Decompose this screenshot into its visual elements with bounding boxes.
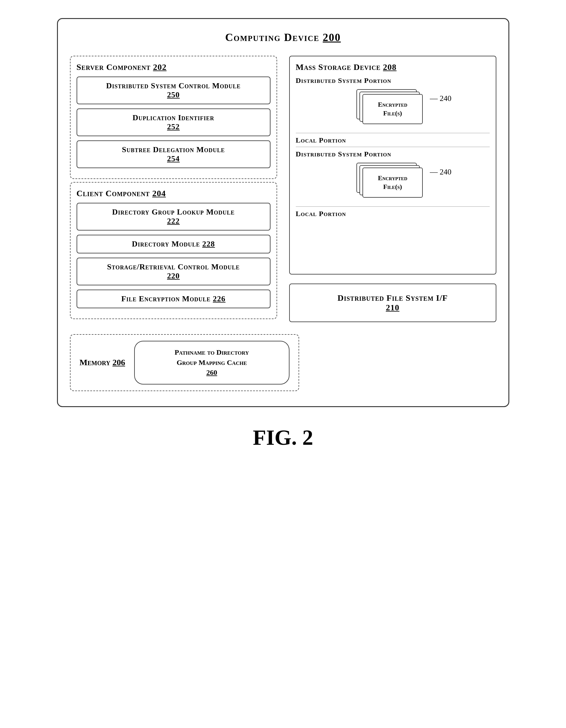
- server-component-box: Server Component 202 Distributed System …: [70, 56, 277, 179]
- section-divider-1: [296, 133, 490, 133]
- subtree-delegation-module-text: Subtree Delegation Module 254: [83, 145, 264, 163]
- file-encryption-module-text: File Encryption Module 226: [83, 294, 264, 303]
- title-text: Computing Device: [225, 31, 319, 43]
- distributed-system-control-module-box: Distributed System Control Module 250: [77, 77, 270, 104]
- memory-row: Memory 206 Pathname to Directory Group M…: [70, 334, 496, 391]
- file-encryption-module-box: File Encryption Module 226: [77, 290, 270, 308]
- server-component-label: Server Component 202: [77, 62, 270, 72]
- duplication-identifier-text: Duplication Identifier 252: [83, 113, 264, 131]
- pathname-box: Pathname to Directory Group Mapping Cach…: [134, 341, 290, 384]
- mass-storage-title: Mass Storage Device 208: [296, 62, 490, 72]
- dfs-title: Distributed File System I/F 210: [296, 293, 490, 312]
- file-number-label-1: — 240: [430, 94, 452, 103]
- mass-storage-box: Mass Storage Device 208 Distributed Syst…: [289, 56, 496, 275]
- encrypted-files-stack-1: Encrypted File(s) — 240: [296, 89, 490, 128]
- distributed-system-portion-1-label: Distributed System Portion: [296, 77, 490, 85]
- file-number-label-2: — 240: [430, 168, 452, 177]
- local-portion-2-label: Local Portion: [296, 210, 490, 218]
- file-card-front-2: Encrypted File(s): [363, 168, 423, 198]
- memory-dashed-box: Memory 206 Pathname to Directory Group M…: [70, 334, 299, 391]
- file-card-text-2: Encrypted File(s): [378, 174, 407, 191]
- pathname-text: Pathname to Directory Group Mapping Cach…: [144, 347, 280, 378]
- directory-module-box: Directory Module 228: [77, 235, 270, 253]
- diagram-container: Computing Device 200 Server Component 20…: [57, 18, 509, 407]
- directory-group-lookup-module-box: Directory Group Lookup Module 222: [77, 203, 270, 231]
- file-card-front-1: Encrypted File(s): [363, 94, 423, 124]
- encrypted-files-stack-2: Encrypted File(s) — 240: [296, 163, 490, 202]
- local-portion-1-label: Local Portion: [296, 136, 490, 144]
- directory-group-lookup-module-text: Directory Group Lookup Module 222: [83, 208, 264, 226]
- file-card-text-1: Encrypted File(s): [378, 100, 407, 118]
- storage-retrieval-control-module-box: Storage/Retrieval Control Module 220: [77, 258, 270, 285]
- distributed-system-control-module-text: Distributed System Control Module 250: [83, 81, 264, 99]
- main-row: Server Component 202 Distributed System …: [70, 56, 496, 322]
- computing-device-title: Computing Device 200: [70, 31, 496, 44]
- page: Computing Device 200 Server Component 20…: [0, 0, 566, 728]
- directory-module-text: Directory Module 228: [83, 240, 264, 249]
- figure-label: FIG. 2: [253, 425, 313, 450]
- subtree-delegation-module-box: Subtree Delegation Module 254: [77, 140, 270, 168]
- client-component-label: Client Component 204: [77, 189, 270, 198]
- storage-retrieval-control-module-text: Storage/Retrieval Control Module 220: [83, 262, 264, 281]
- section-divider-2: [296, 147, 490, 147]
- right-column: Mass Storage Device 208 Distributed Syst…: [289, 56, 496, 322]
- section-divider-3: [296, 206, 490, 207]
- title-number: 200: [323, 31, 341, 43]
- duplication-identifier-box: Duplication Identifier 252: [77, 108, 270, 136]
- dfs-box: Distributed File System I/F 210: [289, 284, 496, 322]
- left-column: Server Component 202 Distributed System …: [70, 56, 277, 322]
- client-component-box: Client Component 204 Directory Group Loo…: [70, 182, 277, 319]
- distributed-system-portion-2-label: Distributed System Portion: [296, 150, 490, 158]
- memory-label: Memory 206: [80, 358, 125, 367]
